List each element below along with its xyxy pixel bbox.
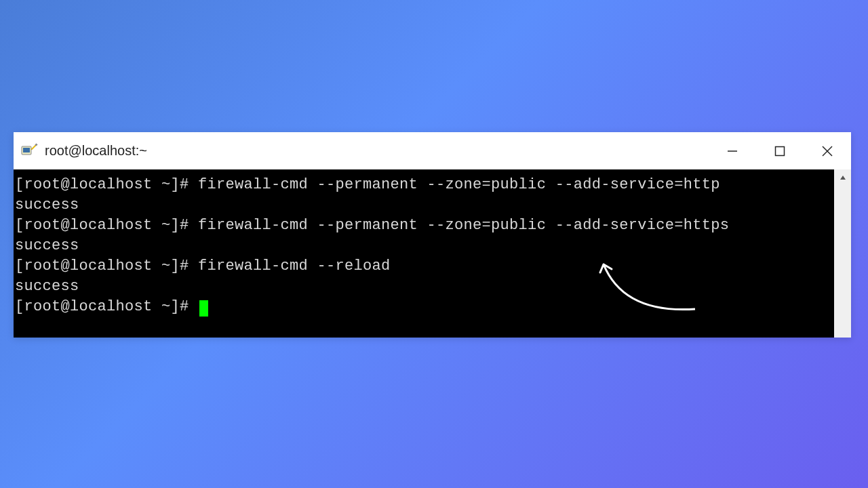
vertical-scrollbar[interactable] <box>834 169 851 338</box>
close-button[interactable] <box>804 132 851 169</box>
scroll-up-arrow-icon[interactable] <box>834 169 851 186</box>
terminal-prompt-line: [root@localhost ~]# <box>14 297 834 317</box>
svg-rect-4 <box>776 146 785 155</box>
cursor-block <box>199 300 208 317</box>
minimize-button[interactable] <box>709 132 756 169</box>
terminal-line: success <box>14 195 834 216</box>
maximize-button[interactable] <box>756 132 804 169</box>
terminal-line: success <box>14 277 834 297</box>
window-controls <box>709 132 851 169</box>
window-titlebar[interactable]: root@localhost:~ <box>14 132 851 169</box>
window-title: root@localhost:~ <box>45 143 147 159</box>
svg-rect-1 <box>23 148 30 152</box>
terminal-area: [root@localhost ~]# firewall-cmd --perma… <box>14 169 851 338</box>
terminal-line: success <box>14 236 834 256</box>
terminal-line: [root@localhost ~]# firewall-cmd --perma… <box>14 216 834 236</box>
putty-icon <box>20 142 38 160</box>
terminal-window: root@localhost:~ [root@localhost ~]# fir… <box>14 132 851 338</box>
terminal-line: [root@localhost ~]# firewall-cmd --perma… <box>14 175 834 195</box>
terminal-line: [root@localhost ~]# firewall-cmd --reloa… <box>14 256 834 277</box>
terminal-output[interactable]: [root@localhost ~]# firewall-cmd --perma… <box>14 169 834 338</box>
